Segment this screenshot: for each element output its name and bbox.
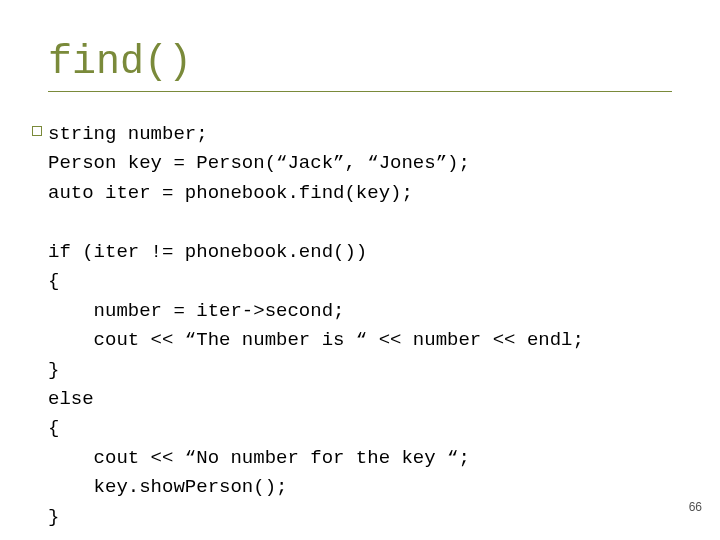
code-line: key.showPerson(); <box>48 476 287 498</box>
code-line: number = iter->second; <box>48 300 344 322</box>
code-line: } <box>48 359 59 381</box>
code-line: string number; <box>48 123 208 145</box>
code-line: } <box>48 506 59 528</box>
code-line: cout << “The number is “ << number << en… <box>48 329 584 351</box>
code-line: { <box>48 417 59 439</box>
code-line: { <box>48 270 59 292</box>
page-number: 66 <box>689 500 702 514</box>
code-line: if (iter != phonebook.end()) <box>48 241 367 263</box>
title-rule <box>48 91 672 92</box>
code-block: string number; Person key = Person(“Jack… <box>48 120 672 532</box>
code-line: else <box>48 388 94 410</box>
code-line: auto iter = phonebook.find(key); <box>48 182 413 204</box>
code-line: cout << “No number for the key “; <box>48 447 470 469</box>
code-line: Person key = Person(“Jack”, “Jones”); <box>48 152 470 174</box>
slide-title: find() <box>48 40 672 85</box>
bullet-icon <box>32 126 42 136</box>
slide-container: find() string number; Person key = Perso… <box>0 0 720 532</box>
